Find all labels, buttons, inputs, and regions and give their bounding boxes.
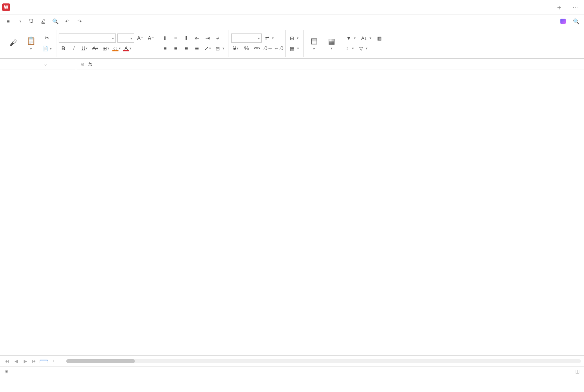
wrap-text-button[interactable]: ⤶ (214, 33, 223, 43)
convert-button[interactable]: ⇄ ▾ (263, 33, 276, 43)
status-indicator-icon: ⊞ (5, 369, 8, 374)
titlebar-more[interactable]: ⋯ (569, 4, 582, 10)
decrease-font-button[interactable]: A⁻ (146, 33, 155, 43)
app-logo: W (2, 3, 10, 11)
file-menu[interactable]: ▾ (16, 19, 23, 24)
underline-button[interactable]: U▾ (80, 44, 89, 53)
rowcol-button[interactable]: ⊞ ▾ (288, 33, 301, 43)
fill-button[interactable]: ▼ ▾ (344, 33, 358, 43)
percent-button[interactable]: % (242, 44, 251, 53)
sheet-last-button[interactable]: ⏭ (30, 359, 38, 364)
sheet-tabs-bar: ⏮ ◀ ▶ ⏭ ＋ (0, 355, 584, 366)
cancel-fx-icon[interactable]: ⊖ (81, 62, 85, 67)
name-box[interactable]: ⌄ (0, 59, 76, 70)
copy-button[interactable]: 📄▾ (40, 44, 54, 53)
wps-ai-button[interactable] (560, 19, 567, 24)
comma-button[interactable]: ᵒᵒᵒ (253, 44, 262, 53)
redo-icon[interactable]: ↷ (75, 17, 84, 25)
sheet-first-button[interactable]: ⏮ (3, 359, 11, 364)
filter-button[interactable]: ▽ ▾ (357, 44, 370, 53)
number-format-select[interactable] (231, 33, 262, 43)
add-sheet-button[interactable]: ＋ (50, 358, 57, 364)
strike-button[interactable]: A▾ (91, 44, 100, 53)
font-family-select[interactable] (59, 33, 116, 43)
menubar: ≡ ▾ 🖫 🖨 🔍 ↶ ↷ 🔍 (0, 14, 584, 28)
increase-font-button[interactable]: A⁺ (136, 33, 145, 43)
merge-button[interactable]: ⊟ ▾ (214, 44, 226, 53)
italic-button[interactable]: I (69, 44, 78, 53)
ribbon: 🖌 📋▾ ✂ 📄▾ A⁺ A⁻ B I U▾ A▾ ⊞▾ ◇▾ A▾ ⬆ ≡ (0, 28, 584, 59)
formula-bar-row: ⌄ ⊖ fx (0, 59, 584, 70)
preview-icon[interactable]: 🔍 (51, 17, 59, 25)
more-button[interactable]: ▦ (375, 33, 384, 43)
status-bar: ⊞ ◫ (0, 366, 584, 376)
orientation-button[interactable]: ⤢▾ (203, 44, 212, 53)
new-tab-button[interactable]: ＋ (552, 3, 566, 12)
spreadsheet-grid[interactable] (0, 70, 584, 355)
indent-inc-button[interactable]: ⇥ (203, 33, 212, 43)
print-icon[interactable]: 🖨 (39, 17, 47, 25)
search-icon[interactable]: 🔍 (572, 17, 580, 25)
hamburger-icon[interactable]: ≡ (4, 17, 12, 25)
indent-dec-button[interactable]: ⇤ (192, 33, 202, 43)
status-extra-icon[interactable]: ◫ (575, 369, 579, 374)
sheet-next-button[interactable]: ▶ (21, 359, 29, 364)
bold-button[interactable]: B (59, 44, 68, 53)
cond-format-button[interactable]: ▤▾ (306, 36, 322, 51)
sort-button[interactable]: A↓ ▾ (359, 33, 373, 43)
align-middle-button[interactable]: ≡ (171, 33, 180, 43)
font-size-select[interactable] (117, 33, 134, 43)
paste-button[interactable]: 📋▾ (23, 36, 39, 51)
fx-icon[interactable]: fx (88, 61, 92, 67)
align-left-button[interactable]: ≡ (160, 44, 170, 53)
formula-input[interactable] (96, 61, 579, 67)
table-style-button[interactable]: ▦▾ (323, 37, 339, 50)
border-button[interactable]: ⊞▾ (101, 44, 110, 53)
justify-button[interactable]: ≣ (192, 44, 202, 53)
align-right-button[interactable]: ≡ (182, 44, 191, 53)
dec-inc-button[interactable]: .0→ (263, 44, 272, 53)
sheet-prev-button[interactable]: ◀ (12, 359, 20, 364)
sheet-tab-active[interactable] (40, 360, 48, 363)
scroll-thumb[interactable] (66, 359, 135, 363)
format-painter-button[interactable]: 🖌 (5, 38, 21, 48)
horizontal-scrollbar[interactable] (66, 359, 581, 363)
cut-button[interactable]: ✂ (40, 33, 54, 43)
fill-color-button[interactable]: ◇▾ (112, 44, 121, 53)
align-center-button[interactable]: ≡ (171, 44, 180, 53)
save-icon[interactable]: 🖫 (27, 17, 35, 25)
ai-icon (560, 19, 566, 24)
align-top-button[interactable]: ⬆ (160, 33, 170, 43)
sum-button[interactable]: Σ ▾ (344, 44, 356, 53)
font-color-button[interactable]: A▾ (123, 44, 132, 53)
worksheet-button[interactable]: ▦ ▾ (288, 44, 301, 53)
undo-icon[interactable]: ↶ (63, 17, 72, 25)
dec-dec-button[interactable]: ←.0 (274, 44, 283, 53)
titlebar: W ＋ ⋯ (0, 0, 584, 14)
currency-button[interactable]: ¥▾ (231, 44, 240, 53)
align-bottom-button[interactable]: ⬇ (182, 33, 191, 43)
